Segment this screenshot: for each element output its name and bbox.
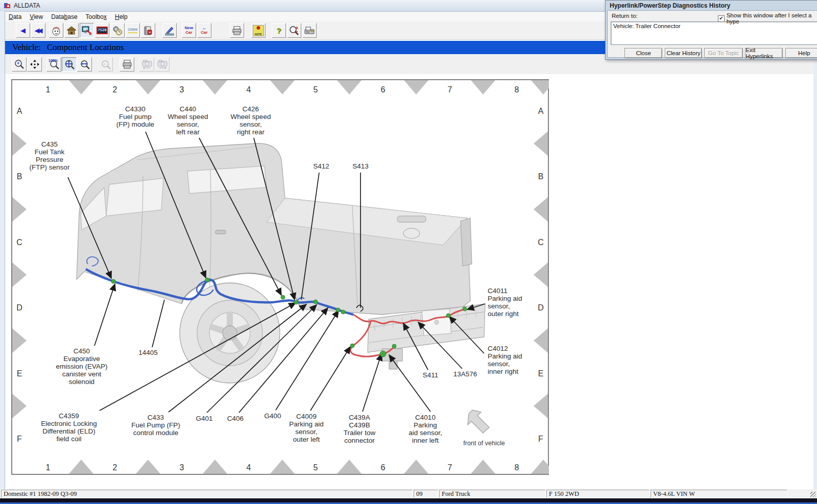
previous-car-button[interactable]: ←Car (197, 23, 211, 38)
gears-clock-icon (112, 26, 123, 36)
menu-help[interactable]: Help (111, 12, 132, 21)
show-window-checkbox[interactable]: ✔ (718, 15, 725, 22)
return-to-label: Return to: (612, 13, 638, 19)
window-title: ALLDATA (14, 2, 40, 9)
zoom-out-button: - (98, 57, 113, 71)
window-frame-right (813, 11, 817, 498)
odometer-icon: 7520 (97, 27, 108, 34)
grid-col-bottom: 2 (113, 463, 117, 472)
exit-hyperlinks-button[interactable]: Exit Hyperlinks (745, 48, 782, 58)
fax-icon: FAX (304, 26, 315, 35)
connector-dot (392, 344, 396, 348)
grid-col-bottom: 3 (180, 463, 184, 472)
print-image-button[interactable] (119, 57, 134, 71)
search-az-button[interactable]: AZ (287, 23, 301, 38)
menu-view[interactable]: View (26, 12, 47, 21)
grid-row-right: A (538, 107, 544, 115)
hyperlink-history-dialog[interactable]: Hyperlink/PowerStep Diagnostics History … (605, 0, 817, 60)
connector-dot (294, 300, 298, 304)
zoom-fit-icon (64, 59, 75, 69)
back-button[interactable]: ◀ (16, 23, 30, 38)
status-model: F 150 2WD (546, 490, 650, 498)
grid-col-top: 3 (180, 85, 184, 94)
printer-icon (122, 60, 132, 69)
camera-prev-icon (141, 59, 153, 69)
parts-catalog-button[interactable]: st (141, 23, 155, 38)
grid-col-bottom: 1 (46, 463, 51, 472)
vehicle-label: Vehicle: (12, 42, 41, 53)
zoom-width-icon (80, 59, 90, 69)
grid-col-top: 2 (113, 85, 117, 94)
menu-data[interactable]: Data (5, 12, 26, 21)
help-button[interactable]: ? (272, 23, 286, 38)
connector-dot (463, 307, 467, 311)
home-button[interactable] (64, 23, 79, 38)
status-bar: Domestic #1 1982-09 Q3-09 09 Ford Truck … (0, 489, 817, 498)
grid-row-right: E (538, 369, 544, 378)
pan-button[interactable] (27, 57, 42, 71)
grid-col-top: 1 (46, 85, 51, 94)
service-intervals-button[interactable] (110, 23, 125, 38)
page-title: Component Locations (47, 42, 124, 53)
odometer-button[interactable]: 7520 (95, 23, 109, 38)
show-window-checkbox-label[interactable]: Show this window after I select a hype (727, 12, 817, 25)
diagnostics-button[interactable] (80, 23, 94, 38)
app-icon (4, 2, 11, 9)
status-year: 09 (414, 490, 438, 498)
grid-col-bottom: 5 (314, 463, 318, 472)
connector-dot (111, 279, 115, 283)
online-button[interactable]: Online (126, 23, 140, 38)
grid-row-left: A (17, 107, 22, 115)
close-button[interactable]: Close (624, 48, 662, 58)
grid-col-top: 4 (247, 85, 251, 94)
grid-col-top: 5 (314, 85, 318, 94)
back-all-icon: ◀◀ (35, 27, 41, 34)
back-all-button[interactable]: ◀◀ (31, 23, 45, 38)
print-button[interactable] (230, 23, 244, 38)
camera-next-icon (157, 59, 168, 69)
connector-dot (380, 351, 386, 357)
notes-editor-button[interactable] (162, 23, 177, 38)
grid-col-bottom: 8 (515, 463, 519, 472)
svg-text:FAX: FAX (306, 31, 310, 33)
svg-text:st: st (149, 31, 151, 34)
new-car-button[interactable]: NewCar (182, 23, 196, 38)
zoom-100-button[interactable]: 100% (46, 57, 61, 71)
grid-col-top: 8 (515, 85, 519, 94)
grid-col-bottom: 4 (247, 463, 251, 472)
previous-car-icon: ←Car (201, 26, 207, 35)
status-engine: V8-4.6L VIN W (651, 490, 787, 498)
fax-button[interactable]: FAX (302, 23, 317, 38)
connector-dot (341, 310, 345, 314)
dialog-title[interactable]: Hyperlink/PowerStep Diagnostics History (607, 2, 817, 10)
help-button-dialog[interactable]: Help (785, 48, 817, 58)
assistant-button[interactable] (49, 23, 63, 38)
grid-col-top: 7 (448, 85, 452, 94)
connector-dot (446, 314, 450, 318)
svg-text:Z: Z (296, 31, 298, 34)
component-location-diagram[interactable]: 1122334455667788AABBCCDDEEFF C435 Fuel T… (11, 79, 549, 475)
grid-col-top: 6 (381, 85, 386, 94)
grid-col-bottom: 6 (381, 463, 386, 472)
pan-icon (30, 59, 40, 69)
grid-row-left: F (17, 435, 22, 443)
clear-history-button[interactable]: Clear History (665, 48, 702, 58)
assistant-mascot-icon (51, 26, 61, 36)
zoom-fit-button[interactable] (62, 57, 77, 71)
home-icon (66, 26, 77, 35)
note-pushpin-icon: NOTE (253, 25, 264, 36)
connector-dot (314, 300, 318, 304)
front-of-vehicle-label: front of vehicle (463, 440, 504, 447)
tsb-note-button[interactable]: NOTE (251, 23, 266, 38)
status-make: Ford Truck (439, 490, 545, 498)
go-to-topic-button: Go To Topic (704, 48, 743, 58)
previous-image-button (139, 57, 154, 71)
diagnostics-icon (82, 26, 92, 35)
menu-toolbox[interactable]: Toolbox (82, 12, 111, 21)
new-car-icon: NewCar (185, 26, 193, 35)
menu-database[interactable]: Database (47, 12, 82, 21)
resize-grip[interactable] (787, 489, 817, 498)
history-listbox[interactable]: Vehicle: Trailer Connector (611, 21, 817, 45)
zoom-in-button[interactable]: + (12, 57, 27, 71)
zoom-width-button[interactable] (77, 57, 92, 71)
